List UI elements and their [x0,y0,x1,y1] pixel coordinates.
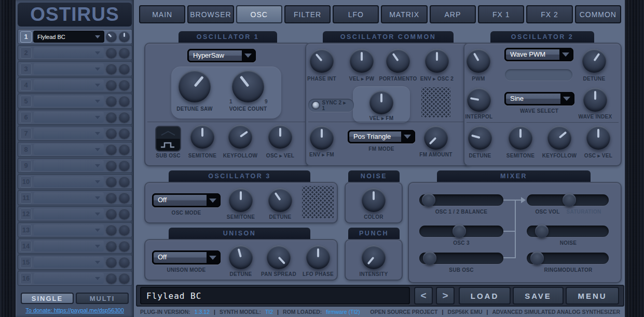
osc2-semitone-knob[interactable] [509,126,532,150]
part-volume-knob[interactable] [106,112,117,123]
part-volume-knob[interactable] [106,144,117,155]
osc3-semitone-knob[interactable] [229,188,253,212]
part-preset-dropdown[interactable] [34,192,104,203]
tab-arp[interactable]: ARP [430,5,476,23]
donate-link[interactable]: To donate: https://paypal.me/dsp56300 [16,307,134,313]
part-row-13[interactable]: 13 [18,222,132,237]
pan-spread-knob[interactable] [267,245,291,269]
part-row-1[interactable]: 1 Flylead BC [18,29,132,44]
part-pan-knob[interactable] [119,96,130,107]
sync-2-1-toggle[interactable]: SYNC 2 ▸ 1 [308,99,354,112]
interpol-knob[interactable] [467,88,491,112]
menu-button[interactable]: MENU [566,287,619,305]
unison-detune-knob[interactable] [229,245,253,269]
part-number[interactable]: 14 [20,241,32,252]
part-row-16[interactable]: 16 [18,271,132,286]
part-number[interactable]: 7 [20,128,32,139]
portamento-knob[interactable] [386,49,410,73]
part-number[interactable]: 5 [20,96,32,107]
part-number[interactable]: 16 [20,273,32,284]
next-preset-button[interactable]: > [436,287,455,305]
part-row-11[interactable]: 11 [18,190,132,205]
preset-name-display[interactable]: Flylead BC [140,287,410,305]
part-number[interactable]: 8 [20,144,32,155]
part-row-10[interactable]: 10 [18,174,132,189]
part-preset-dropdown[interactable] [34,224,104,235]
part-number[interactable]: 4 [20,80,32,91]
part-volume-knob[interactable] [106,176,117,187]
part-pan-knob[interactable] [119,192,130,203]
voice-count-knob[interactable] [232,70,264,102]
part-row-15[interactable]: 15 [18,255,132,270]
part-row-2[interactable]: 2 [18,45,132,60]
part-volume-knob[interactable] [106,241,117,252]
part-volume-knob[interactable] [106,47,117,58]
lfo-phase-knob[interactable] [306,245,330,269]
osc1-osc-vel-knob[interactable] [268,125,292,149]
part-pan-knob[interactable] [119,63,130,74]
part-pan-knob[interactable] [119,208,130,219]
part-preset-dropdown[interactable] [34,80,104,90]
osc12-balance-thumb[interactable] [422,193,435,207]
part-row-5[interactable]: 5 [18,94,132,109]
part-pan-knob[interactable] [119,47,130,58]
part-number[interactable]: 1 [20,31,32,43]
tab-main[interactable]: MAIN [139,5,185,23]
wave-index-knob[interactable] [583,88,607,112]
osc3-level-thumb[interactable] [453,224,466,238]
part-preset-dropdown[interactable]: Flylead BC [34,31,104,42]
osc2-detune-top-knob[interactable] [582,49,606,73]
fm-mode-dropdown[interactable]: Pos Triangle [348,130,415,143]
part-volume-knob[interactable] [106,63,117,74]
part-number[interactable]: 10 [20,176,32,188]
part-preset-dropdown[interactable] [34,63,104,74]
phase-int-knob[interactable] [310,49,334,73]
part-number[interactable]: 15 [20,257,32,268]
part-preset-dropdown[interactable] [34,176,104,187]
osc2-detune-knob[interactable] [468,126,492,150]
tab-filter[interactable]: FILTER [284,5,331,23]
osc3-detune-knob[interactable] [268,188,292,212]
part-pan-knob[interactable] [119,128,130,139]
osc2-keyfollow-knob[interactable] [547,126,571,150]
part-row-8[interactable]: 8 [18,142,132,157]
wave-select-dropdown[interactable]: Sine [504,92,574,105]
noise-color-knob[interactable] [362,188,386,212]
part-pan-knob[interactable] [119,112,130,123]
fm-amount-knob[interactable] [424,126,448,150]
part-preset-dropdown[interactable] [34,128,104,139]
part-volume-knob[interactable] [106,224,117,235]
osc2-mode-dropdown[interactable]: Wave PWM [504,48,573,61]
osc1-keyfollow-knob[interactable] [228,125,252,149]
detune-saw-knob[interactable] [179,70,211,102]
part-preset-dropdown[interactable] [34,96,104,107]
part-row-4[interactable]: 4 [18,77,132,93]
part-row-3[interactable]: 3 [18,61,132,76]
part-number[interactable]: 2 [20,47,32,59]
part-preset-dropdown[interactable] [34,112,104,123]
part-preset-dropdown[interactable] [34,241,104,252]
part-preset-dropdown[interactable] [34,273,104,284]
tab-matrix[interactable]: MATRIX [381,5,427,23]
tab-browser[interactable]: BROWSER [187,5,234,23]
part-preset-dropdown[interactable] [34,47,104,58]
osc2-osc-vel-knob[interactable] [586,126,610,150]
part-number[interactable]: 12 [20,208,32,220]
osc3-mode-dropdown[interactable]: Off [152,193,221,207]
part-volume-knob[interactable] [106,160,117,171]
part-number[interactable]: 13 [20,224,32,236]
single-mode-button[interactable]: SINGLE [21,293,74,304]
part-number[interactable]: 9 [20,160,32,171]
part-volume-knob[interactable] [106,192,117,203]
sub-osc-wave-button[interactable] [156,127,180,151]
ringmod-level-thumb[interactable] [530,252,544,265]
part-volume-knob[interactable] [106,96,117,107]
unison-mode-dropdown[interactable]: Off [152,250,221,265]
env-osc2-knob[interactable] [425,49,449,73]
part-volume-knob[interactable] [106,80,117,90]
part-volume-knob[interactable] [106,31,117,42]
part-pan-knob[interactable] [119,31,130,42]
part-volume-knob[interactable] [106,257,117,268]
multi-mode-button[interactable]: MULTI [76,293,129,304]
part-pan-knob[interactable] [119,241,130,252]
